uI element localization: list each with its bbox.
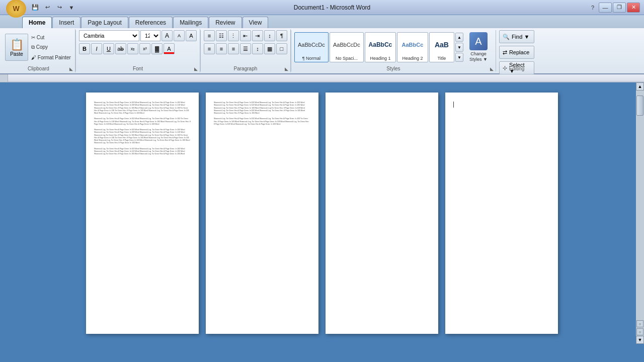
style-heading1-button[interactable]: AaBbCc Heading 1 bbox=[365, 32, 396, 62]
ruler-corner[interactable] bbox=[0, 74, 8, 82]
show-hide-button[interactable]: ¶ bbox=[276, 30, 287, 41]
document-page-3[interactable] bbox=[326, 93, 438, 334]
style-heading2-label: Heading 2 bbox=[402, 56, 423, 61]
copy-button[interactable]: ⧉ Copy bbox=[30, 43, 72, 52]
clipboard-group: 📋 Paste ✂ Cut ⧉ Copy 🖌 Format Painter Cl… bbox=[2, 29, 75, 72]
find-button[interactable]: 🔍 Find ▼ bbox=[499, 30, 534, 43]
highlight-button[interactable]: ▓ bbox=[151, 43, 163, 54]
italic-button[interactable]: I bbox=[91, 43, 102, 54]
shrink-font-button[interactable]: A bbox=[174, 30, 185, 41]
styles-more[interactable]: ▼ bbox=[455, 53, 463, 62]
tab-home[interactable]: Home bbox=[22, 17, 52, 28]
paragraph-expander[interactable]: ◣ bbox=[285, 66, 288, 71]
scroll-down-arrow[interactable]: ▼ bbox=[636, 336, 644, 344]
tab-page-layout[interactable]: Page Layout bbox=[81, 17, 128, 28]
style-heading2-button[interactable]: AaBbCc Heading 2 bbox=[397, 32, 428, 62]
numbering-button[interactable]: ☷ bbox=[216, 30, 227, 41]
cut-button[interactable]: ✂ Cut bbox=[30, 33, 72, 42]
format-painter-button[interactable]: 🖌 Format Painter bbox=[30, 53, 72, 62]
change-styles-label: ChangeStyles ▼ bbox=[469, 51, 488, 62]
paste-icon: 📋 bbox=[10, 38, 24, 51]
document-page-2[interactable]: Shamrock Log. Tor Greer Hen & Page Greer… bbox=[206, 93, 318, 334]
align-center-button[interactable]: ≡ bbox=[216, 43, 227, 54]
font-color-button[interactable]: A bbox=[164, 43, 175, 54]
ruler: // draw small ticks inline-ish — we'll d… bbox=[0, 74, 644, 82]
increase-indent-button[interactable]: ⇥ bbox=[252, 30, 263, 41]
bold-button[interactable]: B bbox=[79, 43, 90, 54]
style-title-button[interactable]: AaB Title bbox=[429, 32, 454, 62]
quick-access-save[interactable]: 💾 bbox=[30, 3, 40, 13]
tab-references[interactable]: References bbox=[129, 17, 173, 28]
scroll-up-arrow[interactable]: ▲ bbox=[636, 82, 644, 90]
style-normal-preview: AaBbCcDc bbox=[296, 34, 327, 56]
scroll-track[interactable] bbox=[636, 90, 643, 320]
document-area[interactable]: Shamrock Log. Tor Greer Hen & Page Greer… bbox=[0, 82, 644, 344]
font-expander[interactable]: ◣ bbox=[194, 66, 198, 71]
strikethrough-button[interactable]: ab̶ bbox=[115, 43, 126, 54]
ribbon-content: 📋 Paste ✂ Cut ⧉ Copy 🖌 Format Painter Cl… bbox=[0, 28, 644, 73]
decrease-indent-button[interactable]: ⇤ bbox=[240, 30, 251, 41]
styles-expander[interactable]: ◣ bbox=[490, 66, 494, 71]
replace-icon: ⇄ bbox=[503, 49, 507, 56]
scroll-thumb[interactable] bbox=[636, 96, 643, 116]
office-logo[interactable]: W bbox=[6, 0, 26, 18]
align-right-button[interactable]: ≡ bbox=[228, 43, 239, 54]
font-name-selector[interactable]: Cambria bbox=[79, 30, 139, 41]
superscript-button[interactable]: x² bbox=[139, 43, 150, 54]
paragraph-label: Paragraph bbox=[234, 66, 258, 71]
style-heading2-preview: AaBbCc bbox=[398, 34, 427, 56]
clear-format-button[interactable]: A bbox=[186, 30, 197, 41]
styles-scroll-up[interactable]: ▲ bbox=[455, 33, 463, 42]
scroll-page-up[interactable]: ○ bbox=[636, 320, 643, 327]
change-styles-button[interactable]: A ChangeStyles ▼ bbox=[464, 32, 493, 62]
page-1-content: Shamrock Log. Tor Greer Hen & Page Greer… bbox=[94, 102, 191, 155]
underline-button[interactable]: U bbox=[103, 43, 114, 54]
justify-button[interactable]: ☰ bbox=[240, 43, 251, 54]
style-heading1-preview: AaBbCc bbox=[366, 34, 394, 56]
document-page-4[interactable] bbox=[445, 93, 558, 334]
style-no-spacing-label: No Spaci... bbox=[336, 56, 358, 61]
paste-button[interactable]: 📋 Paste bbox=[5, 34, 28, 61]
style-normal-button[interactable]: AaBbCcDc ¶ Normal bbox=[294, 32, 329, 62]
document-page-1[interactable]: Shamrock Log. Tor Greer Hen & Page Greer… bbox=[86, 93, 199, 334]
quick-access-more[interactable]: ▼ bbox=[66, 3, 76, 13]
font-size-selector[interactable]: 12 bbox=[140, 30, 160, 41]
styles-label: Styles bbox=[386, 66, 400, 71]
multilevel-button[interactable]: ⋮ bbox=[228, 30, 239, 41]
line-spacing-button[interactable]: ↕ bbox=[252, 43, 263, 54]
tab-review[interactable]: Review bbox=[209, 17, 242, 28]
tab-mailings[interactable]: Mailings bbox=[173, 17, 208, 28]
tab-insert[interactable]: Insert bbox=[52, 17, 80, 28]
help-button[interactable]: ? bbox=[588, 3, 598, 13]
shading-button[interactable]: ▦ bbox=[264, 43, 275, 54]
styles-scroll-down[interactable]: ▼ bbox=[455, 43, 463, 52]
replace-button[interactable]: ⇄ Replace bbox=[499, 46, 534, 59]
bullets-button[interactable]: ≡ bbox=[204, 30, 215, 41]
find-label: Find ▼ bbox=[512, 34, 529, 40]
scroll-page-down[interactable]: ○ bbox=[636, 328, 643, 335]
clipboard-label: Clipboard bbox=[28, 66, 49, 71]
borders-button[interactable]: □ bbox=[276, 43, 287, 54]
close-button[interactable]: ✕ bbox=[627, 3, 640, 13]
styles-group: AaBbCcDc ¶ Normal AaBbCcDc No Spaci... A… bbox=[291, 29, 496, 72]
grow-font-button[interactable]: A bbox=[162, 30, 173, 41]
ribbon: Home Insert Page Layout References Maili… bbox=[0, 15, 644, 74]
restore-button[interactable]: ❐ bbox=[613, 3, 626, 13]
quick-access-redo[interactable]: ↪ bbox=[54, 3, 64, 13]
clipboard-expander[interactable]: ◣ bbox=[69, 66, 73, 71]
minimize-button[interactable]: — bbox=[599, 3, 612, 13]
paragraph-group: ≡ ☷ ⋮ ⇤ ⇥ ↕ ¶ ≡ ≡ ≡ ☰ ↕ ▦ □ Pa bbox=[201, 29, 291, 72]
window-title: Document1 - Microsoft Word bbox=[76, 4, 588, 11]
font-group: Cambria 12 A A A B I U ab̶ x₂ x² ▓ bbox=[76, 29, 200, 72]
style-no-spacing-button[interactable]: AaBbCcDc No Spaci... bbox=[330, 32, 364, 62]
page-4-content bbox=[453, 102, 550, 109]
subscript-button[interactable]: x₂ bbox=[127, 43, 138, 54]
quick-access-undo[interactable]: ↩ bbox=[42, 3, 52, 13]
tab-view[interactable]: View bbox=[243, 17, 269, 28]
replace-label: Replace bbox=[509, 49, 529, 55]
title-bar: W 💾 ↩ ↪ ▼ Document1 - Microsoft Word ? —… bbox=[0, 0, 644, 15]
change-styles-icon: A bbox=[469, 32, 488, 50]
align-left-button[interactable]: ≡ bbox=[204, 43, 215, 54]
vertical-scrollbar[interactable]: ▲ ○ ○ ▼ bbox=[636, 82, 644, 344]
sort-button[interactable]: ↕ bbox=[264, 30, 275, 41]
